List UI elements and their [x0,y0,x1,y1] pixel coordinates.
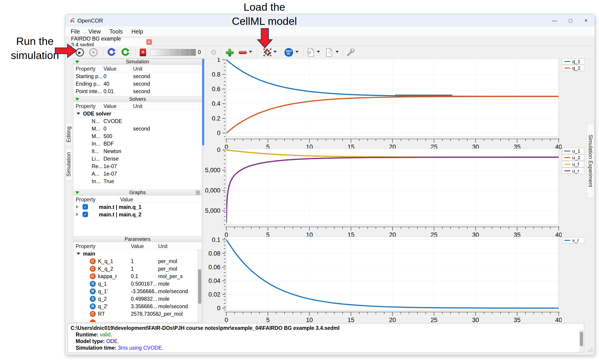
annotation-arrow-down [256,28,274,49]
export-file-button-2[interactable] [325,48,334,57]
parameters-scrollbar[interactable] [198,250,202,322]
status-scrollbar[interactable] [579,330,583,352]
chevron-right-icon[interactable] [76,205,79,209]
section-title: Parameters [125,236,151,242]
parameter-row[interactable]: R q_2' 3.356666... mole/second [73,303,202,310]
table-row[interactable]: Ending p... 40 second [73,80,202,87]
status-output: C:\Users\dnic019\development\FAIR-DOs\PJ… [68,323,584,353]
scrollbar-thumb[interactable] [580,332,583,346]
parameter-row[interactable]: C kappa_r 0.1 mol_per_s [73,272,202,280]
legend-line-sample [564,170,570,171]
minimize-button[interactable]: — [549,16,560,25]
graph-checkbox[interactable]: ✓ [82,212,88,217]
legend-item-q_1[interactable]: q_1 [562,58,584,64]
parameter-row[interactable]: C K_q_2 1 per_mol [73,265,202,272]
remove-graph-panel-button[interactable] [238,48,247,57]
title-bar[interactable]: OpenCOR — □ × [65,14,595,27]
constant-icon: C [90,266,96,272]
parameter-row[interactable]: C K_q_1 1 per_mol [73,257,202,265]
export-dropdown-1[interactable] [317,51,320,53]
constant-icon [90,319,96,322]
legend-item-u_2[interactable]: u_2 [562,155,584,161]
parameter-row[interactable]: C RT 2578.73058 J_per_mol [73,310,202,318]
stop-simulation-button[interactable]: ■ [89,48,98,57]
simulation-charts[interactable]: 10.80.60.40.2005101520253035400-5,000-10… [205,58,562,323]
table-row[interactable]: It... Newton [73,147,202,155]
chevron-down-icon[interactable] [77,253,80,255]
table-row[interactable]: Re... 1e-07 [73,162,202,170]
export-file-icon [326,48,333,57]
chevron-right-icon[interactable] [76,213,79,216]
menu-help[interactable]: Help [131,28,143,35]
legend-item-q_2[interactable]: q_2 [562,65,584,71]
collapse-triangle-icon [75,61,79,63]
table-row[interactable]: Point inte... 0.01 second [73,87,202,95]
chevron-down-icon[interactable] [77,113,80,115]
export-dropdown-2[interactable] [335,51,339,53]
add-graph-panel-button[interactable] [225,48,234,57]
svg-text:0: 0 [217,130,220,137]
legend-item-u_1[interactable]: u_1 [562,148,584,154]
cellml-icon [263,48,272,57]
cellml-file-button[interactable] [263,48,272,57]
panel-splitter-lower[interactable] [203,145,203,322]
sedml-file-button[interactable]: SEDML [284,48,293,57]
svg-text:0.4: 0.4 [212,100,220,107]
right-tab-strip: Simulation Experiment [587,124,594,258]
simulation-section-header[interactable]: Simulation [73,59,202,65]
reset-all-button[interactable] [121,48,130,57]
export-file-button-1[interactable] [306,48,315,57]
cellml-dropdown[interactable] [273,51,277,53]
sedml-dropdown[interactable] [295,51,299,53]
table-row[interactable]: M... 0 second [73,125,202,132]
table-row[interactable]: In... BDF [73,140,202,147]
svg-text:-10,000: -10,000 [205,187,220,194]
graph-checkbox[interactable]: ✓ [82,204,88,209]
parameter-row[interactable]: R q_1' -3.356666... mole/second [73,287,202,295]
parameter-row-clipped[interactable] [73,318,202,322]
panel-splitter[interactable] [202,59,204,145]
menu-view[interactable]: View [88,28,101,35]
tab-close-icon[interactable]: × [146,39,152,45]
section-title: Graphs [129,190,146,195]
parameter-row[interactable]: S q_1 0.500167... mole [73,280,202,287]
remove-graph-panel-dropdown[interactable] [249,51,253,53]
table-row[interactable]: A... 1e-07 [73,170,202,177]
legend-item-u_r[interactable]: u_r [562,168,584,174]
mode-tab-editing[interactable]: Editing [65,123,72,146]
clear-results-button[interactable]: ♻ [139,48,147,57]
table-row[interactable]: Li... Dense [73,155,202,162]
legend-label: u_1 [572,148,580,154]
tab-simulation-experiment[interactable]: Simulation Experiment [587,124,594,198]
settings-gear-button[interactable]: ⚙ [209,48,218,57]
table-row[interactable]: M... 500 [73,132,202,140]
preferences-wrench-button[interactable] [346,48,355,57]
rate-icon: R [90,303,96,309]
menu-file[interactable]: File [71,28,80,35]
toolbar-separator [135,48,136,57]
graphs-section-header[interactable]: Graphs [73,190,202,195]
legend-item-v_r[interactable]: v_r [562,237,584,243]
reset-model-button[interactable] [107,48,116,57]
resize-grip[interactable] [588,347,593,352]
graph-row[interactable]: ✓ main.t | main.q_1 [73,203,202,211]
scrollbar-thumb[interactable] [198,269,201,304]
menu-tools[interactable]: Tools [109,28,123,35]
table-row[interactable]: N... CVODE [73,117,202,125]
close-button[interactable]: × [581,16,591,25]
solvers-section-header[interactable]: Solvers [73,96,202,102]
group-row[interactable]: ODE solver [73,110,202,117]
parameter-row[interactable]: S q_2 0.499832... mole [73,295,202,303]
graphs-menu-icon[interactable] [196,191,200,194]
table-row[interactable]: In... True [73,177,202,185]
toolbar-separator [206,48,206,57]
tab-fairdo-sedml[interactable]: FAIRDO BG example 3.4.sedml × [71,37,152,46]
maximize-button[interactable]: □ [565,16,576,25]
legend-item-u_f[interactable]: u_f [562,161,584,167]
parameters-section-header[interactable]: Parameters [73,236,202,242]
mode-tab-simulation[interactable]: Simulation [65,148,72,181]
table-row[interactable]: Starting p... 0 second [73,72,202,80]
simulation-delay-wheel[interactable] [150,49,196,56]
graph-row[interactable]: ✓ main.t | main.q_2 [73,211,202,218]
group-row[interactable]: main [73,250,202,257]
